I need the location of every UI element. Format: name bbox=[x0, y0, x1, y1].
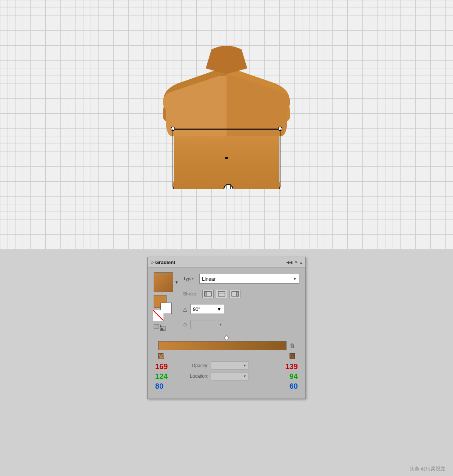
type-dropdown-arrow: ▼ bbox=[293, 277, 297, 281]
location-arrow: ▼ bbox=[243, 374, 247, 378]
angle-dropdown[interactable]: 90° ▼ bbox=[190, 304, 224, 314]
panel-titlebar: ◇ Gradient ◀◀ ✕ ≡ bbox=[148, 257, 305, 268]
angle-row: △ 90° ▼ bbox=[183, 304, 299, 314]
canvas-area bbox=[0, 0, 453, 249]
type-row: Type: Linear ▼ bbox=[183, 274, 299, 284]
stroke-label: Stroke: bbox=[183, 291, 200, 297]
null-swatch[interactable] bbox=[153, 310, 163, 321]
right-r-value: 139 bbox=[285, 362, 298, 371]
angle-icon: △ bbox=[183, 306, 187, 312]
aspect-row: ⊙ ▼ bbox=[183, 320, 299, 329]
stop-handles-row bbox=[158, 353, 295, 359]
left-r-value: 169 bbox=[155, 362, 178, 371]
gradient-bar-container: 🗑 bbox=[158, 341, 295, 350]
svg-marker-8 bbox=[160, 324, 162, 327]
trash-icon[interactable]: 🗑 bbox=[290, 343, 295, 349]
collapse-icon[interactable]: ◀◀ bbox=[286, 260, 292, 265]
svg-rect-16 bbox=[236, 292, 239, 296]
opacity-row: Opacity: ▼ bbox=[184, 362, 273, 370]
gradient-bar[interactable] bbox=[158, 341, 287, 350]
angle-dropdown-arrow: ▼ bbox=[217, 306, 222, 312]
stroke-icon-2[interactable] bbox=[216, 290, 227, 298]
bottom-panel: ◇ Gradient ◀◀ ✕ ≡ ▼ bbox=[0, 249, 453, 476]
svg-rect-6 bbox=[226, 185, 231, 189]
location-label: Location: bbox=[184, 374, 208, 379]
watermark: 头条 @衍栾视觉 bbox=[410, 465, 445, 472]
svg-marker-18 bbox=[290, 354, 295, 359]
swap-icon-area[interactable] bbox=[154, 324, 166, 333]
left-b-value: 80 bbox=[155, 381, 178, 391]
gradient-arrows-icon[interactable]: ◇ bbox=[151, 260, 154, 265]
gradient-stop-right[interactable] bbox=[290, 353, 295, 359]
values-section: 169 124 80 Opacity: ▼ Location: bbox=[155, 362, 298, 391]
aspect-icon: ⊙ bbox=[183, 322, 187, 328]
gradient-stop-left[interactable] bbox=[158, 353, 163, 359]
stroke-icon-1[interactable] bbox=[202, 290, 214, 298]
stroke-icon-3[interactable] bbox=[230, 290, 241, 298]
svg-rect-7 bbox=[154, 325, 159, 328]
diamond-row bbox=[154, 336, 299, 340]
panel-title: Gradient bbox=[155, 260, 175, 265]
svg-rect-3 bbox=[225, 157, 228, 159]
gradient-handle-diamond[interactable] bbox=[224, 335, 229, 340]
type-dropdown[interactable]: Linear ▼ bbox=[199, 274, 299, 284]
opacity-location-section: Opacity: ▼ Location: ▼ bbox=[181, 362, 276, 388]
type-label: Type: bbox=[183, 276, 196, 281]
left-g-value: 124 bbox=[155, 371, 178, 381]
gradient-panel: ◇ Gradient ◀◀ ✕ ≡ ▼ bbox=[147, 257, 306, 399]
panel-title-icons: ◀◀ ✕ ≡ bbox=[286, 260, 302, 265]
svg-marker-17 bbox=[159, 354, 164, 359]
close-icon[interactable]: ✕ bbox=[294, 260, 298, 265]
panel-body: ▼ bbox=[148, 268, 305, 399]
aspect-dropdown[interactable]: ▼ bbox=[190, 320, 224, 329]
aspect-arrow: ▼ bbox=[219, 323, 222, 326]
location-row: Location: ▼ bbox=[184, 372, 273, 380]
stroke-row: Stroke: bbox=[183, 290, 299, 298]
right-b-value: 60 bbox=[290, 381, 298, 391]
main-color-swatch[interactable] bbox=[154, 272, 173, 292]
type-value: Linear bbox=[202, 276, 216, 282]
menu-icon[interactable]: ≡ bbox=[300, 260, 302, 265]
left-stop-values: 169 124 80 bbox=[155, 362, 178, 391]
panel-title-left: ◇ Gradient bbox=[151, 260, 175, 265]
location-input[interactable]: ▼ bbox=[211, 372, 248, 380]
opacity-label: Opacity: bbox=[184, 363, 208, 368]
box-illustration bbox=[143, 46, 310, 189]
opacity-arrow: ▼ bbox=[243, 364, 247, 368]
angle-value: 90° bbox=[193, 306, 200, 312]
right-g-value: 94 bbox=[290, 371, 298, 381]
opacity-input[interactable]: ▼ bbox=[211, 362, 248, 370]
svg-rect-12 bbox=[205, 292, 207, 296]
right-stop-values: 139 94 60 bbox=[279, 362, 298, 391]
